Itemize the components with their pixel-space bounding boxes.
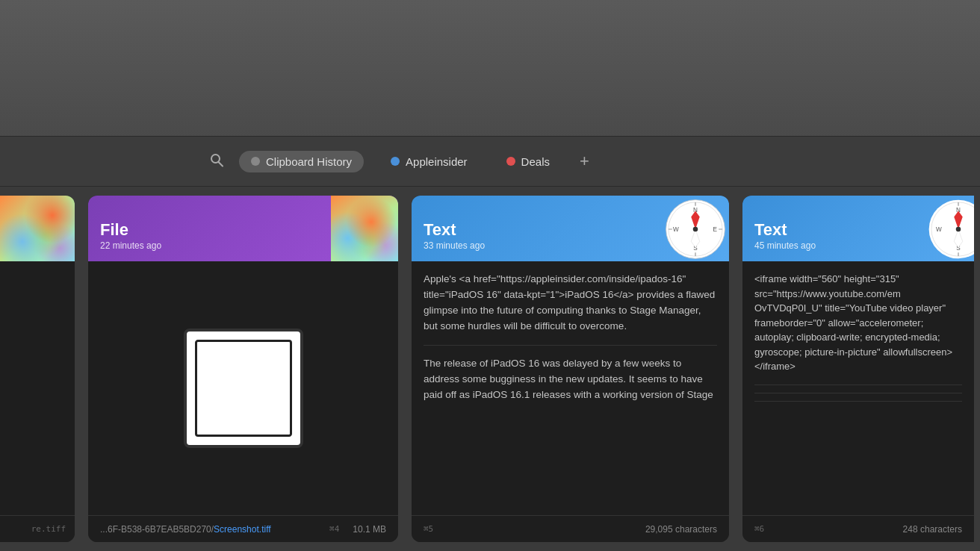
- safari-icon: N S E W: [665, 199, 726, 260]
- toolbar: Clipboard History Appleinsider Deals +: [0, 136, 980, 187]
- card-file-meta: ⌘4 10.1 MB: [329, 524, 386, 535]
- text-separator: [424, 345, 717, 346]
- card-file[interactable]: File 22 minutes ago ...6F-B538-6B7EAB5BD…: [88, 196, 398, 542]
- text-separator-4: [754, 401, 962, 402]
- card-partial-footer: re.tiff: [0, 515, 75, 542]
- card-text-1-shortcut: ⌘5: [424, 524, 433, 534]
- filename-link: Screenshot.tiff: [214, 524, 271, 535]
- card-text-1-body: Apple's <a href="https://appleinsider.co…: [412, 261, 729, 515]
- card-text-1[interactable]: N S E W Text 33 minutes ago: [412, 196, 729, 542]
- card-text-2-meta: 248 characters: [903, 524, 962, 535]
- card-file-filename: ...6F-B538-6B7EAB5BD270/Screenshot.tiff: [100, 524, 271, 535]
- file-icon-inner: [195, 340, 292, 437]
- card-partial-body: [0, 261, 75, 515]
- card-text-1-para-2: The release of iPadOS 16 was delayed by …: [424, 356, 717, 403]
- card-text-1-para-1: Apple's <a href="https://appleinsider.co…: [424, 272, 717, 334]
- tab-dot-appleinsider: [391, 157, 400, 166]
- tab-dot-deals: [506, 157, 515, 166]
- card-partial-shortcut: re.tiff: [31, 524, 66, 534]
- card-text-2-shortcut: ⌘6: [754, 524, 764, 534]
- card-text-1-footer: ⌘5 29,095 characters: [412, 515, 729, 542]
- svg-text:E: E: [713, 226, 718, 233]
- card-text-2-header: N S E W Text 45 minutes ago: [742, 196, 974, 261]
- card-text-1-header: N S E W Text 33 minutes ago: [412, 196, 729, 261]
- tab-label-deals: Deals: [521, 155, 550, 168]
- tab-deals[interactable]: Deals: [494, 151, 562, 172]
- tab-clipboard-history[interactable]: Clipboard History: [239, 151, 364, 172]
- card-file-header: File 22 minutes ago: [88, 196, 398, 261]
- card-partial[interactable]: re.tiff: [0, 196, 75, 542]
- tab-dot-clipboard: [251, 157, 260, 166]
- card-text-2[interactable]: N S E W Text 45 minutes ago <iframe widt…: [742, 196, 974, 542]
- svg-line-1: [219, 162, 223, 166]
- tab-appleinsider[interactable]: Appleinsider: [379, 151, 480, 172]
- text-separator-3: [754, 393, 962, 393]
- search-icon[interactable]: [209, 152, 224, 171]
- cards-area: re.tiff File 22 minutes ago: [0, 187, 980, 551]
- card-file-footer: ...6F-B538-6B7EAB5BD270/Screenshot.tiff …: [88, 515, 398, 542]
- card-text-2-content: <iframe width="560" height="315" src="ht…: [754, 272, 962, 374]
- svg-point-26: [956, 227, 961, 232]
- file-icon-box: [184, 329, 303, 448]
- top-background: [0, 0, 980, 136]
- card-text-1-meta: 29,095 characters: [645, 524, 717, 535]
- card-file-size: 10.1 MB: [353, 524, 386, 535]
- card-text-2-footer: ⌘6 248 characters: [742, 515, 974, 542]
- tab-label-clipboard: Clipboard History: [266, 155, 352, 168]
- card-file-shortcut: ⌘4: [329, 524, 339, 535]
- text-separator-2: [754, 385, 962, 385]
- card-file-header-image: [331, 196, 398, 261]
- card-text-2-body: <iframe width="560" height="315" src="ht…: [742, 261, 974, 515]
- svg-point-15: [693, 227, 698, 232]
- svg-text:W: W: [673, 226, 679, 233]
- svg-text:W: W: [936, 226, 942, 233]
- tab-label-appleinsider: Appleinsider: [406, 155, 468, 168]
- card-text-2-icon: N S E W: [928, 199, 974, 260]
- card-partial-header: [0, 196, 75, 261]
- add-tab-button[interactable]: +: [580, 153, 589, 169]
- card-file-body: [88, 261, 398, 515]
